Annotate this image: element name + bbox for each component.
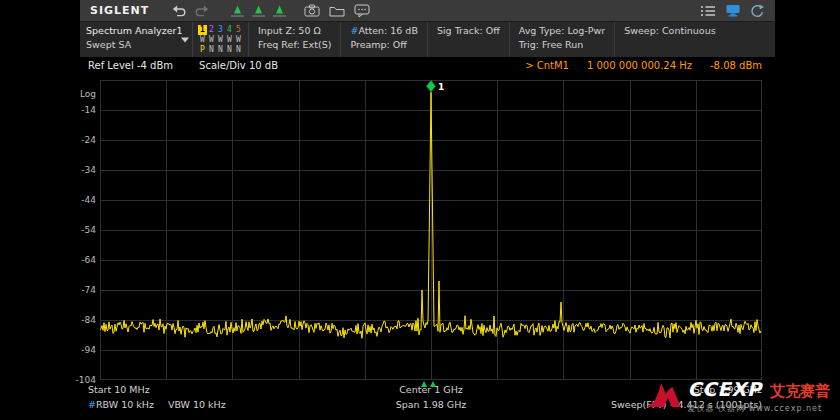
vbw-label[interactable]: VBW 10 kHz (168, 399, 226, 410)
marker-1-diamond-icon[interactable] (427, 80, 436, 92)
settings-line: Sig Track: Off (437, 25, 500, 37)
watermark-tagline: 爱仪器·仪器网 www.ccexp.net (688, 403, 830, 414)
trace-3-detector[interactable]: N (216, 45, 225, 55)
y-axis-labels: Log-14-24-34-44-54-64-74-84-94-104 (80, 80, 97, 380)
trace-4-detector[interactable]: N (225, 45, 234, 55)
settings-field-5[interactable]: Sweep: Continuous (614, 22, 724, 57)
trace-1-detector[interactable]: P (198, 45, 207, 55)
marker-readout: > CntM1 1 000 000 000.24 Hz -8.08 dBm (525, 60, 762, 71)
y-axis-label: -24 (81, 135, 96, 145)
folder-icon[interactable] (329, 3, 345, 19)
coupled-hash-icon: # (88, 399, 96, 410)
trace-5-detector[interactable]: N (234, 45, 243, 55)
trace-1-indicator-icon[interactable] (230, 3, 245, 19)
scale-div-readout[interactable]: Scale/Div 10 dB (199, 60, 278, 71)
scale-type-label: Log (80, 89, 96, 99)
undo-icon[interactable] (172, 3, 186, 19)
settings-field-2[interactable]: #Atten: 16 dBPreamp: Off (340, 22, 427, 57)
settings-field-1[interactable]: Input Z: 50 ΩFreq Ref: Ext(S) (248, 22, 340, 57)
trace-3-mode[interactable]: W (216, 35, 225, 45)
settings-line: Preamp: Off (350, 39, 418, 51)
center-frequency-label[interactable]: Center 1 GHz (399, 384, 463, 395)
y-axis-label: -34 (81, 165, 96, 175)
y-axis-label: -74 (81, 285, 96, 295)
marker-1-label: 1 (438, 82, 444, 92)
trace-indicator-group (230, 3, 287, 19)
mode-title: Spectrum Analyzer1 (86, 25, 186, 37)
coupled-hash-icon: # (350, 25, 358, 36)
settings-field-4[interactable]: Avg Type: Log-PwrTrig: Free Run (509, 22, 614, 57)
message-icon[interactable] (354, 3, 370, 19)
rbw-label[interactable]: #RBW 10 kHz (88, 399, 154, 410)
watermark-brand: CCEXP (688, 378, 762, 400)
bandwidth-row: #RBW 10 kHz VBW 10 kHz (88, 399, 226, 410)
refresh-icon[interactable] (750, 3, 765, 19)
ccexp-watermark: CCEXP 艾克赛普 爱仪器·仪器网 www.ccexp.net (644, 378, 830, 414)
analyzer-screen: SIGLENT (80, 0, 775, 420)
trace-2-number[interactable]: 2 (207, 25, 216, 35)
spectrum-display[interactable]: 1 (100, 80, 762, 380)
camera-icon[interactable] (304, 3, 320, 19)
y-axis-label: -64 (81, 255, 96, 265)
settings-line: Sweep: Continuous (624, 25, 715, 37)
chevron-down-icon (181, 37, 189, 42)
trace-3-indicator-icon[interactable] (272, 3, 287, 19)
settings-line: Avg Type: Log-Pwr (519, 25, 605, 37)
trace-2-mode[interactable]: W (207, 35, 216, 45)
siglent-logo: SIGLENT (90, 4, 149, 17)
reference-row: Ref Level -4 dBm Scale/Div 10 dB (88, 60, 278, 71)
start-frequency-label[interactable]: Start 10 MHz (88, 384, 150, 395)
trace-table-row: PNNNN (198, 45, 243, 55)
redo-icon[interactable] (195, 3, 209, 19)
marker-readout-frequency: 1 000 000 000.24 Hz (587, 60, 692, 71)
marker-readout-name: > CntM1 (525, 60, 569, 71)
trace-1-number[interactable]: 1 (198, 25, 207, 35)
trace-2-indicator-icon[interactable] (251, 3, 266, 19)
measurement-mode-selector[interactable]: Spectrum Analyzer1 Swept SA (80, 22, 192, 57)
rbw-value: RBW 10 kHz (96, 399, 154, 410)
y-axis-label: -94 (81, 345, 96, 355)
settings-fields: Input Z: 50 ΩFreq Ref: Ext(S)#Atten: 16 … (248, 22, 725, 57)
trace-1-mode[interactable]: W (198, 35, 207, 45)
trace-table[interactable]: 12345WWWWWPNNNN (192, 22, 248, 57)
y-axis-label: -14 (81, 105, 96, 115)
marker-readout-amplitude: -8.08 dBm (710, 60, 762, 71)
trace-5-number[interactable]: 5 (234, 25, 243, 35)
y-axis-label: -44 (81, 195, 96, 205)
trace-table-row: WWWWW (198, 35, 243, 45)
settings-field-3[interactable]: Sig Track: Off (427, 22, 509, 57)
settings-line: Trig: Free Run (519, 39, 605, 51)
top-toolbar: SIGLENT (80, 0, 775, 22)
watermark-brand-cn: 艾克赛普 (770, 382, 830, 401)
ccexp-logo-icon (644, 378, 682, 408)
spectrum-trace (100, 92, 761, 338)
y-axis-label: -54 (81, 225, 96, 235)
screenshot-root: SIGLENT (0, 0, 840, 420)
trace-4-mode[interactable]: W (225, 35, 234, 45)
trace-table-row: 12345 (198, 25, 243, 35)
settings-line: #Atten: 16 dB (350, 25, 418, 37)
span-label[interactable]: Span 1.98 GHz (396, 399, 467, 410)
ref-level-readout[interactable]: Ref Level -4 dBm (88, 60, 173, 71)
trace-4-number[interactable]: 4 (225, 25, 234, 35)
trace-2-detector[interactable]: N (207, 45, 216, 55)
trace-5-mode[interactable]: W (234, 35, 243, 45)
settings-line: Input Z: 50 Ω (258, 25, 331, 37)
trace-3-number[interactable]: 3 (216, 25, 225, 35)
y-axis-label: -84 (81, 315, 96, 325)
menu-list-icon[interactable] (700, 3, 716, 19)
settings-bar: Spectrum Analyzer1 Swept SA 12345WWWWWPN… (80, 22, 775, 57)
settings-line: Freq Ref: Ext(S) (258, 39, 331, 51)
mode-subtitle: Swept SA (86, 39, 186, 51)
remote-device-icon[interactable] (725, 3, 741, 19)
